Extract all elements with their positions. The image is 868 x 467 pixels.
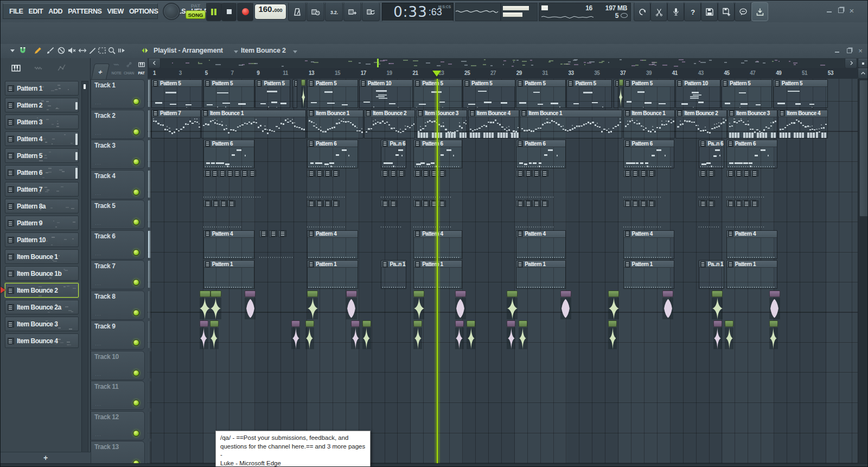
mini-pattern-cell[interactable]	[540, 200, 546, 207]
audio-clip-purple[interactable]	[662, 291, 673, 319]
mini-pattern-cell[interactable]	[389, 170, 395, 177]
track-enable-led[interactable]	[133, 339, 139, 346]
track-options-dots[interactable]: ···	[95, 342, 101, 348]
mini-pattern-cell[interactable]	[331, 200, 337, 207]
paint-brush-icon[interactable]	[46, 46, 54, 57]
audio-clip-green[interactable]	[608, 291, 619, 319]
tempo-display[interactable]: 160. 000	[254, 4, 286, 20]
pattern-clip-pattern-1[interactable]: Pattern 1	[203, 260, 254, 289]
track-options-dots[interactable]: ···	[95, 131, 101, 137]
audio-clip-purple[interactable]	[346, 291, 357, 319]
pattern-clip-item-bounce-1[interactable]: Item Bounce 1	[307, 110, 363, 138]
menu-item-file[interactable]: FILE	[7, 8, 25, 15]
pattern-clip-stub[interactable]	[292, 79, 297, 108]
export-button[interactable]	[718, 2, 735, 21]
cpu-memory-panel[interactable]: 16 197 MB 5	[539, 3, 631, 21]
playlist-maximize-button[interactable]	[844, 46, 854, 55]
options-menu-icon[interactable]	[8, 46, 17, 57]
pattern-clip-item-bounce-4[interactable]: Item Bounce 4	[778, 110, 828, 138]
audio-clip-green[interactable]	[362, 320, 371, 349]
mini-pattern-cell[interactable]	[269, 230, 275, 237]
track-enable-led[interactable]	[133, 129, 139, 135]
track-color-strip[interactable]	[148, 351, 151, 378]
mini-pattern-cell[interactable]	[623, 200, 629, 207]
playlist-grid[interactable]: Pattern 5Pattern 5Pattern 5Pattern 5Patt…	[148, 79, 858, 463]
mini-pattern-cell[interactable]	[742, 170, 748, 177]
pattern-item-pattern-8a[interactable]: Pattern 8a	[5, 199, 79, 213]
pattern-clip-pa-n-6[interactable]: Pa..n 6	[381, 140, 406, 168]
playlist-vertical-scrollbar[interactable]	[858, 79, 868, 463]
pattern-clip-pattern-5[interactable]: Pattern 5	[516, 79, 566, 108]
track-color-strip[interactable]	[148, 261, 151, 288]
pattern-item-item-bounce-3[interactable]: Item Bounce 3	[5, 317, 79, 331]
slip-icon[interactable]	[78, 46, 87, 57]
track-enable-led[interactable]	[133, 249, 139, 256]
scroll-reset-button[interactable]	[858, 59, 868, 68]
pattern-clip-pattern-1[interactable]: Pattern 1	[516, 260, 566, 289]
track-enable-led[interactable]	[133, 98, 139, 105]
track-header-4[interactable]: Track 4···	[91, 170, 145, 199]
track-color-strip[interactable]	[148, 140, 151, 167]
mini-pattern-cell[interactable]	[248, 170, 254, 177]
chevron-down-icon[interactable]	[234, 51, 238, 53]
track-options-dots[interactable]: ···	[95, 192, 101, 197]
track-color-strip[interactable]	[148, 291, 151, 318]
track-header-6[interactable]: Track 6···	[91, 230, 145, 260]
pattern-clip-pattern-6[interactable]: Pattern 6	[516, 140, 566, 168]
tab-note[interactable]: NOTE	[110, 60, 123, 78]
pause-button[interactable]	[206, 2, 221, 21]
mini-pattern-cell[interactable]	[233, 170, 239, 177]
tab-chan[interactable]: CHAN	[123, 60, 135, 78]
app-restore-button[interactable]	[836, 6, 846, 15]
playlist-close-button[interactable]: ×	[856, 46, 865, 55]
mini-pattern-cell[interactable]	[219, 200, 225, 207]
mini-pattern-cell[interactable]	[647, 170, 653, 177]
record-audio-button[interactable]	[667, 2, 684, 21]
draw-pencil-icon[interactable]	[34, 46, 42, 57]
scrollbar-thumb[interactable]	[859, 80, 868, 217]
audio-clip-green[interactable]	[712, 291, 723, 319]
menu-item-edit[interactable]: EDIT	[25, 8, 46, 15]
pattern-clip-pattern-5[interactable]: Pattern 5	[307, 79, 358, 108]
track-options-dots[interactable]: ···	[95, 402, 101, 408]
pattern-item-item-bounce-1[interactable]: Item Bounce 1	[5, 249, 79, 264]
oscilloscope[interactable]	[455, 3, 501, 21]
pattern-clip-pattern-6[interactable]: Pattern 6	[203, 140, 254, 168]
mini-pattern-cell[interactable]	[699, 170, 705, 177]
audio-clip-green[interactable]	[467, 320, 475, 349]
mini-pattern-cell[interactable]	[413, 200, 419, 207]
track-enable-led[interactable]	[133, 370, 139, 376]
mini-pattern-cell[interactable]	[218, 170, 224, 177]
playlist-overview-scrollbar[interactable]	[148, 58, 868, 68]
audio-clip-green[interactable]	[305, 320, 314, 349]
mini-pattern-cell[interactable]	[532, 200, 538, 207]
pattern-list-scrollbar[interactable]	[81, 81, 88, 461]
audio-clip-green[interactable]	[413, 291, 424, 319]
track-color-strip[interactable]	[148, 80, 151, 107]
track-header-3[interactable]: Track 3···	[91, 140, 145, 169]
undo-button[interactable]	[634, 2, 650, 21]
track-enable-led[interactable]	[133, 430, 139, 437]
audio-tab[interactable]	[34, 64, 43, 75]
mini-pattern-cell[interactable]	[381, 170, 387, 177]
menu-item-options[interactable]: OPTIONS	[126, 8, 161, 15]
pattern-item-item-bounce-1b[interactable]: Item Bounce 1b	[5, 266, 79, 281]
track-color-strip[interactable]	[148, 321, 151, 348]
output-meter[interactable]	[501, 3, 538, 21]
pattern-clip-pa-n-1[interactable]: Pa..n 1	[699, 260, 724, 289]
audio-clip-green[interactable]	[519, 320, 527, 349]
pattern-clip-pattern-5[interactable]: Pattern 5	[255, 79, 290, 108]
mini-pattern-cell[interactable]	[524, 170, 530, 177]
record-button[interactable]	[237, 2, 253, 21]
mini-pattern-cell[interactable]	[707, 200, 713, 207]
pattern-clip-pattern-7[interactable]: Pattern 7	[151, 110, 201, 138]
tab-pat[interactable]: PAT	[135, 60, 148, 78]
track-color-strip[interactable]	[148, 200, 151, 228]
pattern-item-pattern-10[interactable]: Pattern 10	[5, 232, 79, 247]
track-enable-led[interactable]	[133, 219, 139, 225]
mini-pattern-cell[interactable]	[707, 170, 713, 177]
mini-pattern-cell[interactable]	[623, 170, 629, 177]
pattern-clip-item-bounce-4[interactable]: Item Bounce 4	[468, 110, 519, 138]
zoom-icon[interactable]	[107, 46, 116, 57]
menu-item-patterns[interactable]: PATTERNS	[65, 8, 104, 15]
